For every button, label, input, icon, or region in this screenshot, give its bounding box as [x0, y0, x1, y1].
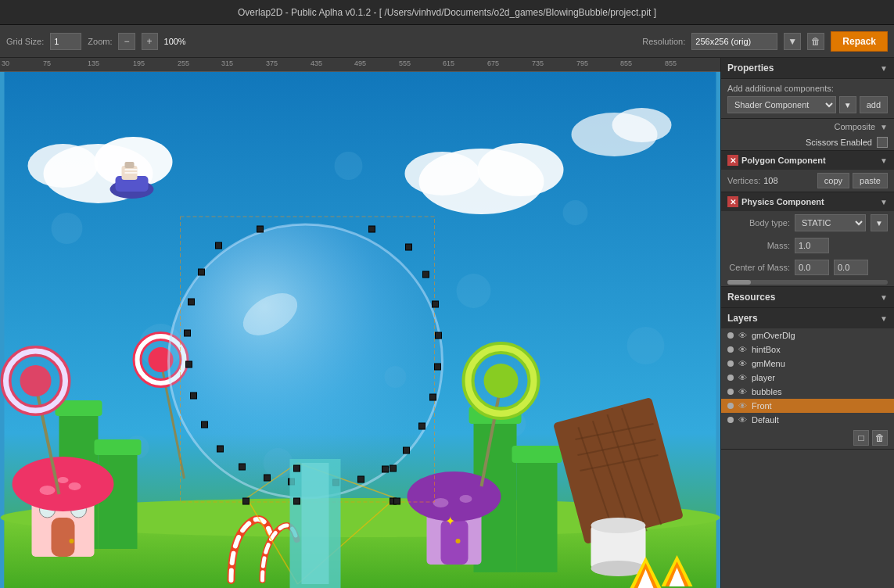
physics-component-title: Physics Component: [741, 197, 877, 206]
body-type-row: Body type: STATIC DYNAMIC KINEMATIC ▼: [721, 211, 894, 235]
mass-row: Mass:: [721, 235, 894, 256]
copy-button[interactable]: copy: [817, 173, 849, 188]
new-layer-button[interactable]: □: [853, 430, 869, 446]
svg-point-19: [612, 108, 672, 142]
physics-remove-button[interactable]: ✕: [727, 196, 738, 207]
properties-title: Properties: [727, 63, 774, 74]
canvas-content[interactable]: ✦: [0, 72, 720, 588]
polygon-component-header: ✕ Polygon Component ▼: [721, 151, 894, 170]
layer-eye-icon[interactable]: 👁: [738, 387, 747, 396]
svg-rect-126: [294, 465, 300, 471]
resolution-dropdown-button[interactable]: ▼: [784, 33, 801, 50]
add-components-section: Add additional components: Shader Compon…: [721, 79, 894, 119]
layer-eye-icon[interactable]: 👁: [738, 401, 747, 411]
layer-item-gmmenu[interactable]: 👁 gmMenu: [721, 357, 894, 371]
resources-title: Resources: [727, 292, 775, 303]
layer-item-gmoverdlg[interactable]: 👁 gmOverDlg: [721, 328, 894, 342]
zoom-out-button[interactable]: −: [118, 33, 135, 50]
mass-label: Mass:: [727, 241, 790, 250]
svg-rect-114: [239, 464, 246, 470]
svg-rect-100: [199, 269, 205, 275]
svg-rect-127: [390, 465, 397, 471]
grid-size-input[interactable]: [50, 33, 81, 50]
composite-row: Composite ▼: [721, 119, 894, 134]
svg-rect-97: [369, 226, 375, 232]
layer-name: bubbles: [752, 387, 782, 396]
ruler-tick: 195: [133, 59, 145, 67]
svg-point-54: [591, 518, 646, 533]
physics-component-section: ✕ Physics Component ▼ Body type: STATIC …: [721, 192, 894, 287]
layers-bottom-bar: □ 🗑: [721, 427, 894, 449]
vertices-label: Vertices:: [727, 176, 760, 185]
main-area: 30 75 135 195 255 315 375 435 495 555 61…: [0, 58, 894, 588]
add-comp-row: Shader Component ▼ add: [727, 96, 888, 113]
resolution-input[interactable]: [691, 33, 777, 50]
center-of-mass-row: Center of Mass:: [721, 256, 894, 278]
svg-rect-43: [517, 455, 558, 572]
layer-dot: [727, 389, 734, 395]
com-y-input[interactable]: [834, 260, 868, 275]
scissors-label: Scissors Enabled: [806, 138, 872, 147]
svg-text:✦: ✦: [445, 514, 455, 528]
svg-point-17: [405, 152, 480, 195]
layer-name: hintBox: [752, 345, 781, 354]
svg-point-36: [70, 539, 74, 543]
mass-input[interactable]: [795, 238, 829, 253]
layer-name: player: [752, 373, 775, 382]
ruler-tick: 675: [487, 59, 499, 67]
layer-item-front[interactable]: 👁 Front: [721, 399, 894, 413]
layer-dot: [727, 332, 734, 339]
body-type-label: Body type:: [727, 218, 790, 228]
scissors-checkbox[interactable]: [877, 137, 888, 148]
polygon-arrow: ▼: [880, 156, 888, 165]
add-component-button[interactable]: add: [860, 96, 888, 113]
polygon-component-section: ✕ Polygon Component ▼ Vertices: 108 copy…: [721, 151, 894, 192]
svg-point-39: [69, 482, 81, 490]
canvas-area[interactable]: 30 75 135 195 255 315 375 435 495 555 61…: [0, 58, 720, 588]
polygon-remove-button[interactable]: ✕: [727, 155, 738, 166]
layer-eye-icon[interactable]: 👁: [738, 373, 747, 382]
repack-button[interactable]: Repack: [831, 31, 888, 52]
layers-section: Layers ▼ 👁 gmOverDlg 👁 hintBox 👁 gmMenu: [721, 308, 894, 450]
svg-point-38: [40, 486, 56, 495]
layer-eye-icon[interactable]: 👁: [738, 345, 747, 354]
delete-layer-button[interactable]: 🗑: [872, 430, 888, 446]
layer-eye-icon[interactable]: 👁: [738, 331, 747, 340]
svg-point-59: [433, 498, 449, 507]
body-type-select[interactable]: STATIC DYNAMIC KINEMATIC: [795, 214, 866, 231]
layer-dot: [727, 375, 734, 381]
svg-rect-99: [406, 244, 412, 250]
svg-point-62: [456, 539, 461, 543]
svg-point-4: [457, 274, 491, 308]
zoom-in-button[interactable]: +: [142, 33, 158, 50]
svg-point-60: [460, 495, 472, 503]
layer-eye-icon[interactable]: 👁: [738, 359, 747, 368]
svg-rect-96: [257, 226, 264, 232]
svg-rect-98: [216, 242, 222, 249]
physics-scrollbar[interactable]: [727, 280, 888, 285]
layer-item-hintbox[interactable]: 👁 hintBox: [721, 342, 894, 357]
component-select[interactable]: Shader Component: [727, 96, 836, 113]
svg-point-1: [52, 213, 83, 244]
titlebar: Overlap2D - Public Aplha v0.1.2 - [ /Use…: [0, 0, 894, 25]
component-dropdown-button[interactable]: ▼: [839, 96, 856, 113]
polygon-component-title: Polygon Component: [741, 156, 877, 165]
physics-scrollbar-thumb[interactable]: [727, 280, 751, 285]
scene-svg: ✦: [0, 72, 720, 588]
layer-eye-icon[interactable]: 👁: [738, 415, 747, 425]
layer-name: Front: [752, 401, 772, 411]
zoom-percent: 100%: [164, 37, 192, 46]
svg-point-16: [478, 143, 564, 196]
body-type-dropdown-button[interactable]: ▼: [871, 214, 888, 231]
right-panel: Properties ▼ Add additional components: …: [720, 58, 894, 588]
svg-point-66: [20, 365, 52, 396]
layer-item-default[interactable]: 👁 Default: [721, 413, 894, 427]
layer-item-player[interactable]: 👁 player: [721, 371, 894, 385]
paste-button[interactable]: paste: [853, 173, 888, 188]
com-x-input[interactable]: [795, 260, 829, 275]
grid-size-label: Grid Size:: [6, 37, 44, 46]
svg-rect-105: [436, 332, 442, 339]
scissors-row: Scissors Enabled: [721, 134, 894, 151]
layer-item-bubbles[interactable]: 👁 bubbles: [721, 385, 894, 399]
resolution-delete-button[interactable]: 🗑: [807, 33, 824, 50]
